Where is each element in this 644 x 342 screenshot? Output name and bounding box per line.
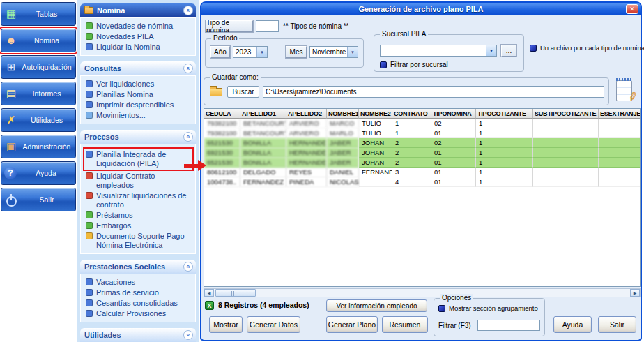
grid-row[interactable]: 79382100BETANCOURTARVIEROMARLOTULIO1011	[204, 128, 641, 138]
salir-button[interactable]: Salir	[598, 316, 636, 333]
sidebar-button-nomina[interactable]: ☻Nomina	[1, 29, 76, 52]
mes-button[interactable]: Mes	[286, 46, 307, 58]
nav-section-title: Consultas	[84, 64, 121, 73]
grid-cell: JABER	[327, 158, 359, 168]
collapse-chevron-icon[interactable]: «	[183, 6, 193, 15]
un-archivo-checkbox[interactable]	[530, 45, 537, 52]
chevron-down-icon[interactable]	[347, 47, 358, 57]
nav-item-calcular-provisiones[interactable]: Calcular Provisiones	[84, 308, 194, 319]
close-button[interactable]: ✕	[626, 4, 638, 14]
sidebar-button-informes[interactable]: ▤Informes	[1, 82, 76, 105]
movements-icon	[86, 112, 93, 119]
grid-row[interactable]: 1004738..FERNANDEZPINEDANICOLAS4011	[204, 177, 641, 187]
nav-item-movimientos[interactable]: Movimientos...	[84, 110, 194, 121]
nav-item-prestamos[interactable]: Préstamos	[84, 210, 194, 221]
grid-row[interactable]: 6521530BONILLAHERNANDEZJABERJOHAN2021	[204, 138, 641, 148]
sidebar-button-ayuda[interactable]: ?Ayuda	[1, 161, 76, 185]
nav-item-vacaciones[interactable]: Vacaciones	[84, 277, 194, 288]
generar-datos-button[interactable]: Generar Datos	[247, 316, 300, 333]
notepad-icon[interactable]	[613, 76, 636, 104]
nav-section-header-utilidades[interactable]: Utilidades«	[80, 328, 196, 342]
nav-item-cesantias-consolidadas[interactable]: Cesantías consolidadas	[84, 298, 194, 308]
horizontal-scrollbar[interactable]	[204, 288, 641, 297]
nav-section-header-consultas[interactable]: Consultas«	[80, 61, 196, 75]
chevron-down-icon[interactable]	[256, 47, 267, 57]
sucursal-browse-button[interactable]: ...	[501, 45, 516, 57]
grid-cell	[533, 119, 599, 128]
scrollbar-thumb[interactable]	[215, 289, 256, 297]
save-path-input[interactable]	[263, 86, 604, 98]
grid-cell: MARLO	[327, 128, 359, 138]
grid-column-header-tiponomina[interactable]: TIPONOMINA	[431, 109, 476, 119]
nav-item-novedades-de-nomina[interactable]: Novedades de nómina	[84, 21, 194, 31]
grid-column-header-tipocotizante[interactable]: TIPOCOTIZANTE	[476, 109, 533, 119]
ano-button[interactable]: Año	[210, 46, 230, 58]
nav-item-label: Novedades PILA	[96, 32, 154, 41]
nav-item-documento-soporte-pago-nomina-electronica[interactable]: Documento Soporte Pago Nómina Electrónic…	[84, 231, 194, 251]
grid-column-header-contrato[interactable]: CONTRATO	[392, 109, 431, 119]
sidebar-button-salir[interactable]: Salir	[1, 188, 76, 211]
collapse-chevron-icon[interactable]: «	[183, 132, 193, 142]
agrupamiento-label: Mostrar sección agrupamiento	[449, 304, 538, 312]
grid-header-row: CEDULAAPELLIDO1APELLIDO2NOMBRE1NOMBRE2CO…	[204, 109, 641, 119]
generar-plano-button[interactable]: Generar Plano	[326, 316, 378, 333]
grid-cell: 01	[431, 177, 476, 187]
collapse-chevron-icon[interactable]: «	[183, 262, 193, 272]
grid-cell: 1	[476, 128, 533, 138]
chevron-down-icon[interactable]	[486, 45, 496, 56]
nav-item-liquidar-contrato-empleados[interactable]: Liquidar Contrato empleados	[84, 171, 194, 191]
grid-row[interactable]: 6921530BONILLAHERNANDEZJABERJOHAN2011	[204, 148, 641, 158]
nav-item-liquidar-la-nomina[interactable]: Liquidar la Nomina	[84, 42, 194, 52]
agrupamiento-checkbox[interactable]	[438, 305, 445, 312]
tipo-nomina-input[interactable]	[256, 20, 279, 32]
nav-item-embargos[interactable]: Embargos	[84, 221, 194, 231]
nav-section-header-prestaciones-sociales[interactable]: Prestaciones Sociales«	[80, 260, 196, 274]
grid-column-header-cedula[interactable]: CEDULA	[204, 109, 240, 119]
sidebar-button-administracion[interactable]: ▣Administración	[1, 135, 76, 158]
sidebar-button-autoliquidacion[interactable]: ⊞Autoliquidación	[1, 55, 76, 79]
nav-section-header-procesos[interactable]: Procesos«	[80, 130, 196, 144]
scroll-left-icon[interactable]	[204, 289, 214, 297]
buscar-button[interactable]: Buscar	[227, 86, 259, 98]
grid-column-header-apellido1[interactable]: APELLIDO1	[240, 109, 286, 119]
nav-item-imprimir-desprendibles[interactable]: Imprimir desprendibles	[84, 100, 194, 110]
nav-item-planilla-integrada-de-liquidacion-pila[interactable]: Planilla Integrada de Liquidación (PILA)	[83, 147, 194, 171]
filtrar-input[interactable]	[477, 320, 540, 331]
excel-export-icon[interactable]	[205, 301, 214, 310]
collapse-chevron-icon[interactable]: «	[183, 64, 193, 73]
sucursal-select[interactable]	[380, 45, 497, 57]
mostrar-button[interactable]: Mostrar	[209, 316, 243, 333]
grid-row[interactable]: 79382100BETANCOURTARVIEROMARCOTULIO1021	[204, 119, 641, 128]
mes-select[interactable]: Noviembre	[309, 46, 358, 58]
nav-item-ver-liquidaciones[interactable]: Ver liquidaciones	[84, 79, 194, 89]
scroll-right-icon[interactable]	[630, 289, 640, 297]
sidebar-button-utilidades[interactable]: ✗Utilidades	[1, 108, 76, 132]
grid-row[interactable]: 80612100DELGADOREYESDANIELFERNANDO3011	[204, 168, 641, 177]
grid-column-header-nombre2[interactable]: NOMBRE2	[359, 109, 392, 119]
grid-cell	[599, 128, 641, 138]
callout-arrow	[184, 164, 199, 168]
grid-cell: 1	[476, 138, 533, 148]
ayuda-button[interactable]: Ayuda	[553, 316, 592, 333]
open-folder-icon[interactable]	[210, 88, 222, 96]
ver-informacion-empleado-button[interactable]: Ver información empleado	[326, 299, 427, 312]
resumen-button[interactable]: Resumen	[382, 316, 428, 333]
tipo-nomina-button[interactable]: Tipo de nómina	[206, 20, 253, 32]
nav-item-visualizar-liquidaciones-de-contrato[interactable]: Visualizar liquidaciones de contrato	[84, 191, 194, 210]
filtrar-label: Filtrar (F3)	[438, 322, 471, 329]
nav-item-novedades-pila[interactable]: Novedades PILA	[84, 31, 194, 42]
nav-section-header-nomina[interactable]: Nomina«	[80, 3, 196, 17]
grid-column-header-nombre1[interactable]: NOMBRE1	[327, 109, 359, 119]
nav-item-planillas-nomina[interactable]: Planillas Nomina	[84, 89, 194, 100]
collapse-chevron-icon[interactable]: «	[183, 330, 193, 340]
grid-column-header-subtipocotizante[interactable]: SUBTIPOCOTIZANTE	[533, 109, 599, 119]
grid-column-header-esextranjero[interactable]: ESEXTRANJERO	[599, 109, 641, 119]
grid-column-header-apellido2[interactable]: APELLIDO2	[286, 109, 327, 119]
sidebar-button-tablas[interactable]: ▦Tablas	[1, 2, 76, 26]
sidebar-button-label: Ayuda	[20, 169, 72, 177]
filtrar-sucursal-checkbox[interactable]	[380, 61, 387, 68]
nav-item-primas-de-servicio[interactable]: Primas de servicio	[84, 288, 194, 298]
nav-section-title: Nomina	[97, 6, 125, 15]
grid-row[interactable]: 6521530BONILLAHERNANDEZJABERJOHAN2011	[204, 158, 641, 168]
ano-select[interactable]: 2023	[233, 46, 268, 58]
